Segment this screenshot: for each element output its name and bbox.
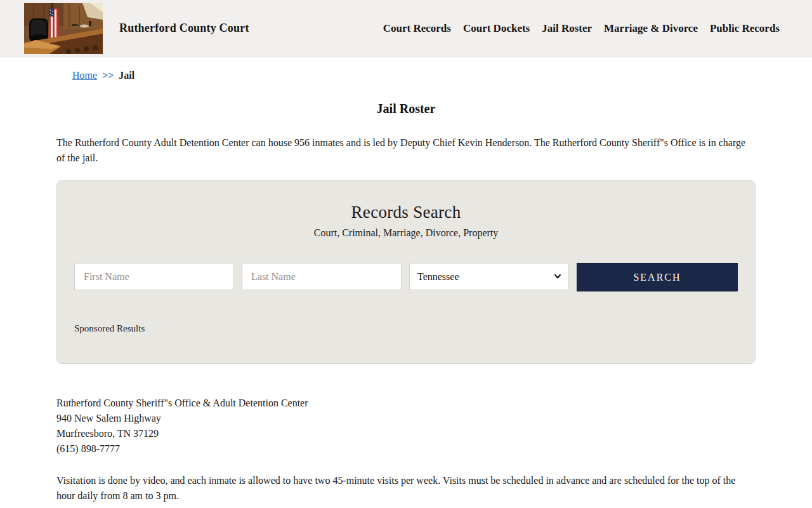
contact-facility-name: Rutherford County Sheriff"s Office & Adu… xyxy=(56,396,756,411)
records-search-form: Tennessee SEARCH xyxy=(74,263,738,291)
search-button[interactable]: SEARCH xyxy=(577,263,738,291)
first-name-field-wrap xyxy=(74,263,234,290)
main-nav: Court Records Court Dockets Jail Roster … xyxy=(383,22,780,35)
contact-block: Rutherford County Sheriff"s Office & Adu… xyxy=(56,396,756,457)
breadcrumb-home-link[interactable]: Home xyxy=(72,70,97,81)
contact-street: 940 New Salem Highway xyxy=(56,411,756,426)
records-search-title: Records Search xyxy=(74,203,738,222)
breadcrumb: Home>>Jail xyxy=(56,70,756,81)
breadcrumb-current: Jail xyxy=(119,70,134,81)
nav-item-court-records[interactable]: Court Records xyxy=(383,22,451,35)
records-search-subtitle: Court, Criminal, Marriage, Divorce, Prop… xyxy=(74,227,738,239)
sponsored-results-label: Sponsored Results xyxy=(74,323,738,334)
nav-item-public-records[interactable]: Public Records xyxy=(710,22,780,35)
breadcrumb-separator: >> xyxy=(102,70,114,81)
page-title: Jail Roster xyxy=(56,102,756,116)
last-name-field-wrap xyxy=(242,263,402,290)
state-select[interactable]: Tennessee xyxy=(409,263,569,290)
state-select-wrap: Tennessee xyxy=(409,263,569,290)
contact-phone: (615) 898-7777 xyxy=(56,441,756,457)
site-header: Rutherford County Court Court Records Co… xyxy=(0,0,812,57)
contact-city-state-zip: Murfreesboro, TN 37129 xyxy=(56,426,756,441)
main-content: Home>>Jail Jail Roster The Rutherford Co… xyxy=(56,70,756,504)
courtroom-logo-image xyxy=(24,3,103,54)
nav-item-court-dockets[interactable]: Court Dockets xyxy=(463,22,530,35)
last-name-input[interactable] xyxy=(242,263,402,290)
intro-paragraph: The Rutherford County Adult Detention Ce… xyxy=(56,135,756,166)
records-search-panel: Records Search Court, Criminal, Marriage… xyxy=(56,180,756,364)
nav-item-marriage-divorce[interactable]: Marriage & Divorce xyxy=(604,22,698,35)
brand-group: Rutherford County Court xyxy=(24,3,249,54)
courtroom-photo xyxy=(24,3,103,54)
visitation-paragraph: Visitation is done by video, and each in… xyxy=(56,473,756,504)
first-name-input[interactable] xyxy=(74,263,234,290)
site-brand-title: Rutherford County Court xyxy=(119,22,249,35)
nav-item-jail-roster[interactable]: Jail Roster xyxy=(542,22,592,35)
